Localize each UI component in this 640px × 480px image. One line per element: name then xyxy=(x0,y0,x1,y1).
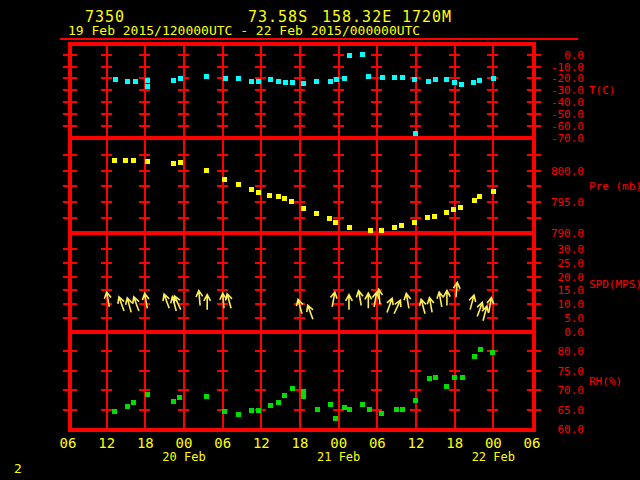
meteogram-screen: 7350 73.58S 158.32E 1720M 19 Feb 2015/12… xyxy=(0,0,640,480)
wind-arrow xyxy=(204,295,211,310)
wind-arrow xyxy=(365,293,372,308)
wind-arrow xyxy=(118,297,124,311)
wind-arrow xyxy=(226,294,232,308)
relative-humidity-point xyxy=(360,402,365,407)
relative-humidity-point xyxy=(400,407,405,412)
relative-humidity-point xyxy=(276,400,281,405)
wind-arrow xyxy=(444,291,451,306)
relative-humidity-point xyxy=(427,376,432,381)
wind-arrow xyxy=(477,302,483,316)
page-number: 2 xyxy=(14,461,22,476)
wind-arrow xyxy=(163,294,169,308)
relative-humidity-point xyxy=(347,407,352,412)
relative-humidity-point xyxy=(249,408,254,413)
wind-arrow xyxy=(142,293,149,308)
relative-humidity-point xyxy=(256,408,261,413)
relative-humidity-point xyxy=(236,412,241,417)
wind-arrow xyxy=(387,298,393,312)
relative-humidity-point xyxy=(222,409,227,414)
relative-humidity-point xyxy=(472,354,477,359)
relative-humidity-point xyxy=(268,403,273,408)
relative-humidity-point xyxy=(490,350,495,355)
relative-humidity-point xyxy=(290,386,295,391)
wind-arrow xyxy=(356,291,363,306)
relative-humidity-point xyxy=(145,392,150,397)
relative-humidity-point xyxy=(452,375,457,380)
wind-arrow xyxy=(220,293,227,308)
relative-humidity-point xyxy=(112,409,117,414)
relative-humidity-point xyxy=(367,407,372,412)
relative-humidity-point xyxy=(131,400,136,405)
wind-arrows xyxy=(0,0,640,480)
wind-arrow xyxy=(307,305,313,319)
relative-humidity-point xyxy=(379,411,384,416)
relative-humidity-point xyxy=(478,347,483,352)
relative-humidity-point xyxy=(177,395,182,400)
wind-arrow xyxy=(104,292,111,307)
wind-arrow xyxy=(419,299,425,313)
relative-humidity-point xyxy=(315,407,320,412)
relative-humidity-point xyxy=(301,394,306,399)
wind-arrow xyxy=(330,292,337,307)
relative-humidity-point xyxy=(460,375,465,380)
relative-humidity-point xyxy=(433,375,438,380)
wind-arrow xyxy=(427,298,434,313)
wind-arrow xyxy=(346,295,353,310)
relative-humidity-point xyxy=(413,398,418,403)
relative-humidity-point xyxy=(333,416,338,421)
wind-arrow xyxy=(453,282,460,297)
wind-arrow xyxy=(296,299,302,313)
relative-humidity-point xyxy=(394,407,399,412)
wind-arrow xyxy=(469,295,475,309)
wind-arrow xyxy=(126,298,132,312)
relative-humidity-point xyxy=(444,384,449,389)
wind-arrow xyxy=(394,300,401,314)
wind-arrow xyxy=(196,291,203,306)
wind-arrow xyxy=(404,293,411,308)
relative-humidity-point xyxy=(125,404,130,409)
wind-arrow xyxy=(133,297,139,311)
wind-arrow xyxy=(376,289,383,304)
relative-humidity-point xyxy=(328,402,333,407)
relative-humidity-point xyxy=(204,394,209,399)
relative-humidity-point xyxy=(282,393,287,398)
relative-humidity-point xyxy=(171,399,176,404)
wind-arrow xyxy=(437,292,444,307)
